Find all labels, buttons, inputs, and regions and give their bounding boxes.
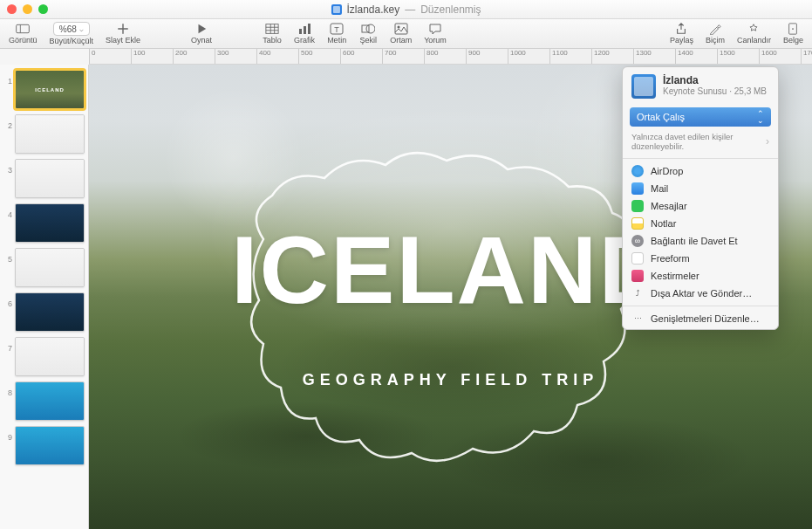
slide-thumbnail[interactable] [15,114,85,154]
ruler-tick: 700 [382,49,396,65]
add-slide-label: Slayt Ekle [106,36,140,45]
slide-navigator[interactable]: 1ICELAND23456789 [0,65,89,529]
ruler-tick: 600 [340,49,354,65]
format-label: Biçim [706,36,725,45]
svg-rect-7 [299,29,302,34]
svg-point-15 [397,26,399,29]
slide-thumbnail-row[interactable]: 7 [3,337,85,376]
thumbnail-number: 2 [3,114,12,130]
media-label: Ortam [390,36,412,45]
slide-thumbnail-row[interactable]: 2 [3,114,85,154]
thumbnail-number: 7 [3,337,12,353]
slide-thumbnail[interactable] [15,426,85,465]
format-icon [706,23,725,35]
chart-icon [295,23,314,35]
share-messages[interactable]: Mesajlar [623,197,778,215]
thumbnail-number: 5 [3,248,12,264]
share-mode-select[interactable]: Ortak Çalış ⌃⌄ [630,107,771,127]
table-label: Tablo [263,36,282,45]
slide-thumbnail[interactable] [15,159,85,198]
ruler-tick: 900 [466,49,480,65]
media-button[interactable]: Ortam [390,23,412,45]
ruler-tick: 1400 [675,49,693,65]
slide-thumbnail-row[interactable]: 3 [3,159,85,198]
slide-thumbnail-row[interactable]: 8 [3,381,85,421]
view-label: Görüntü [9,36,38,45]
share-edit-extensions[interactable]: ⋯Genişletmeleri Düzenle… [623,310,778,327]
thumbnail-number: 8 [3,381,12,397]
freeform-icon [631,252,644,264]
slide-thumbnail-row[interactable]: 6 [3,292,85,332]
ruler-tick: 1000 [508,49,526,65]
slide-subtitle[interactable]: GEOGRAPHY FIELD TRIP [303,371,599,389]
slide-thumbnail-row[interactable]: 4 [3,203,85,243]
mail-icon [631,182,644,195]
share-shortcuts[interactable]: Kestirmeler [623,267,778,285]
extensions-icon: ⋯ [631,313,644,325]
share-airdrop[interactable]: AirDrop [623,162,778,180]
share-header: İzlanda Keynote Sunusu · 25,3 MB [623,67,778,104]
text-button[interactable]: T Metin [327,23,346,45]
separator [623,158,778,159]
animate-icon [744,23,763,35]
ruler-tick: 1600 [759,49,777,65]
animate-button[interactable]: Canlandır [737,23,771,45]
comment-button[interactable]: Yorum [424,23,447,45]
share-permissions-note: Yalnızca davet edilen kişiler düzenleyeb… [631,132,766,151]
chevron-right-icon: › [766,135,769,148]
fullscreen-window-button[interactable] [38,4,48,14]
share-export-send[interactable]: ⤴Dışa Aktar ve Gönder… [623,285,778,302]
separator [623,306,778,306]
thumbnail-number: 1 [3,70,12,86]
table-button[interactable]: Tablo [263,23,282,45]
slide-title[interactable]: ICELAND [231,214,670,325]
minimize-window-button[interactable] [23,4,32,14]
ruler-tick: 1300 [633,49,652,65]
document-button[interactable]: Belge [783,23,803,45]
slide-thumbnail-row[interactable]: 1ICELAND [3,70,85,109]
slide-thumbnail[interactable] [15,337,85,376]
comment-label: Yorum [424,36,447,45]
thumbnail-number: 4 [3,203,12,219]
thumbnail-number: 6 [3,292,12,308]
format-button[interactable]: Biçim [706,23,725,45]
slide-thumbnail[interactable] [15,248,85,287]
share-invite-link[interactable]: ∞Bağlantı ile Davet Et [623,232,778,250]
document-modified-label: Düzenlenmiş [420,3,481,16]
play-button[interactable]: Oynat [191,23,212,45]
slide-thumbnail-row[interactable]: 5 [3,248,85,287]
comment-icon [426,23,445,35]
ruler-tick: 300 [215,49,229,65]
document-filename: İzlanda.key [346,3,399,16]
slide-canvas[interactable]: ICELAND GEOGRAPHY FIELD TRIP İzlanda Key… [89,65,812,529]
airdrop-icon [631,165,644,177]
zoom-value[interactable]: %68⌵ [53,22,90,36]
view-button[interactable]: Görüntü [9,23,38,45]
zoom-control[interactable]: %68⌵ Büyüt/Küçült [50,22,94,45]
chart-label: Grafik [294,36,315,45]
slide-thumbnail[interactable]: ICELAND [15,70,85,109]
share-freeform[interactable]: Freeform [623,250,778,267]
chart-button[interactable]: Grafik [294,23,315,45]
media-icon [392,23,411,35]
share-button[interactable]: Paylaş [670,23,693,45]
slide-thumbnail[interactable] [15,381,85,421]
share-mail[interactable]: Mail [623,180,778,197]
slide-thumbnail[interactable] [15,292,85,332]
share-notes[interactable]: Notlar [623,215,778,232]
traffic-lights [7,4,48,14]
slide-thumbnail-row[interactable]: 9 [3,426,85,465]
slide-thumbnail[interactable] [15,203,85,243]
close-window-button[interactable] [7,4,17,14]
animate-label: Canlandır [737,36,771,45]
shape-label: Şekil [359,36,377,45]
ruler-tick: 0 [89,49,95,65]
shape-button[interactable]: Şekil [358,23,378,45]
notes-icon [631,217,644,230]
keynote-app-icon [631,74,656,99]
zoom-label: Büyüt/Küçült [50,37,94,45]
share-permissions-row[interactable]: Yalnızca davet edilen kişiler düzenleyeb… [623,130,778,156]
add-slide-button[interactable]: Slayt Ekle [106,23,140,45]
svg-rect-8 [304,26,306,34]
thumbnail-number: 9 [3,426,12,442]
